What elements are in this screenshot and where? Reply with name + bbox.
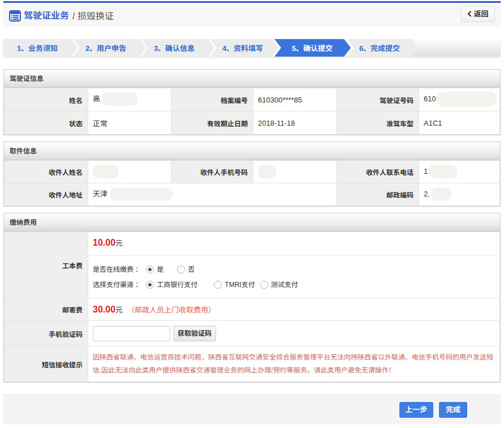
svg-text:6、完成提交: 6、完成提交 [359,44,400,53]
svg-text:2、用户申告: 2、用户申告 [85,44,126,53]
svg-text:5、确认提交: 5、确认提交 [292,44,333,53]
svg-text:1、业务须知: 1、业务须知 [17,44,58,53]
svg-text:4、资料填写: 4、资料填写 [222,44,263,53]
svg-text:3、确认信息: 3、确认信息 [154,44,195,53]
